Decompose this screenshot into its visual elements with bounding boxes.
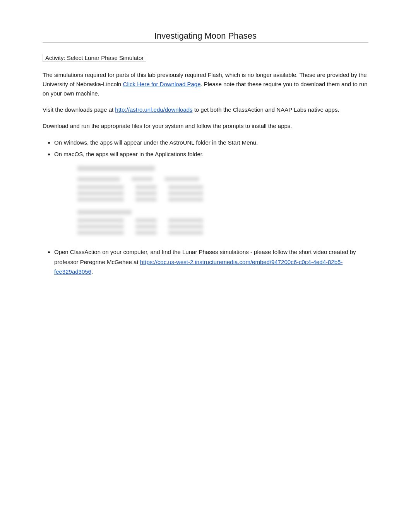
blurred-col-header-2 xyxy=(132,177,153,181)
paragraph-2-pre: Visit the downloads page at xyxy=(43,106,115,113)
blurred-cell-2-1 xyxy=(77,191,124,195)
blurred-cell-5-1 xyxy=(77,225,124,228)
blurred-col-header-1 xyxy=(77,177,120,181)
blurred-row-6 xyxy=(77,231,203,235)
blurred-cell-1-2 xyxy=(135,185,157,189)
blurred-section-2 xyxy=(77,218,203,237)
blurred-cell-1-1 xyxy=(77,185,124,189)
blurred-row-4 xyxy=(77,218,203,222)
blurred-column-headers xyxy=(77,177,199,181)
bullet-3-end: . xyxy=(91,268,93,275)
blurred-cell-5-2 xyxy=(135,225,157,228)
paragraph-2-cont: to get both the ClassAction and NAAP Lab… xyxy=(193,106,339,113)
paragraph-3: Download and run the appropriate files f… xyxy=(43,121,368,131)
blurred-cell-2-2 xyxy=(135,191,157,195)
blurred-cell-4-1 xyxy=(77,218,124,222)
bullet-item-2: On macOS, the apps will appear in the Ap… xyxy=(54,149,368,159)
blurred-cell-2-3 xyxy=(168,191,203,195)
astro-unl-link[interactable]: http://astro.unl.edu/downloads xyxy=(115,106,192,113)
blurred-cell-5-3 xyxy=(168,225,203,228)
blurred-download-table xyxy=(43,166,368,243)
blurred-section-1 xyxy=(77,185,203,204)
activity-label: Activity: Select Lunar Phase Simulator xyxy=(43,54,146,62)
download-page-link[interactable]: Click Here for Download Page xyxy=(123,81,201,87)
blurred-row-2 xyxy=(77,191,203,195)
blurred-row-3 xyxy=(77,198,203,201)
bullet-item-1: On Windows, the apps will appear under t… xyxy=(54,138,368,148)
blurred-cell-3-3 xyxy=(168,198,203,201)
blurred-cell-1-3 xyxy=(168,185,203,189)
bullet-list-2: Open ClassAction on your computer, and f… xyxy=(54,247,368,277)
blurred-cell-3-1 xyxy=(77,198,124,201)
blurred-cell-4-2 xyxy=(135,218,157,222)
blurred-header xyxy=(77,166,155,171)
blurred-cell-6-1 xyxy=(77,231,124,235)
blurred-row-5 xyxy=(77,225,203,228)
blurred-cell-4-3 xyxy=(168,218,203,222)
blurred-cell-3-2 xyxy=(135,198,157,201)
blurred-section-2-label xyxy=(77,210,132,215)
blurred-cell-6-2 xyxy=(135,231,157,235)
blurred-cell-6-3 xyxy=(168,231,203,235)
paragraph-2: Visit the downloads page at http://astro… xyxy=(43,105,368,114)
blurred-row-1 xyxy=(77,185,203,189)
blurred-col-header-3 xyxy=(164,177,199,181)
bullet-item-3: Open ClassAction on your computer, and f… xyxy=(54,247,368,277)
paragraph-1: The simulations required for parts of th… xyxy=(43,70,368,98)
page-title: Investigating Moon Phases xyxy=(43,31,368,43)
bullet-list: On Windows, the apps will appear under t… xyxy=(54,138,368,159)
